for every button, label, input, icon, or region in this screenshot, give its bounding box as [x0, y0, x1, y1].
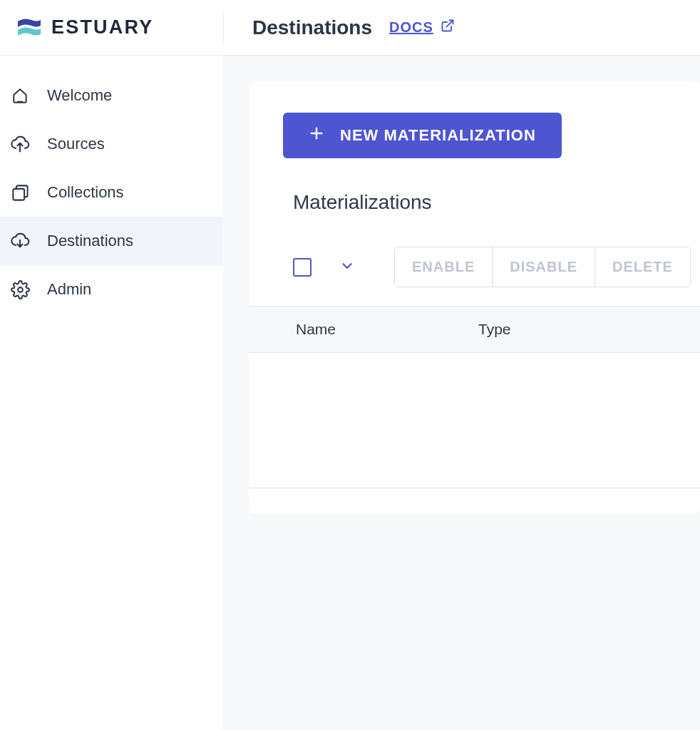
sidebar-item-welcome[interactable]: Welcome: [0, 71, 223, 120]
cloud-download-icon: [10, 231, 30, 251]
sidebar-item-label: Admin: [47, 280, 91, 299]
table-header: Name Type: [249, 306, 700, 353]
docs-link[interactable]: DOCS: [389, 19, 455, 36]
svg-point-5: [18, 287, 23, 292]
sidebar-item-admin[interactable]: Admin: [0, 265, 223, 314]
collections-icon: [10, 182, 30, 202]
section-title: Materializations: [283, 191, 700, 214]
cloud-upload-icon: [10, 134, 30, 154]
topbar: ESTUARY Destinations DOCS: [0, 0, 700, 56]
delete-button[interactable]: DELETE: [595, 247, 690, 287]
logo[interactable]: ESTUARY: [0, 0, 223, 55]
svg-rect-3: [13, 188, 24, 200]
table-toolbar: ENABLE DISABLE DELETE: [283, 247, 700, 287]
sidebar-item-destinations[interactable]: Destinations: [0, 217, 223, 265]
materializations-table: Name Type: [249, 306, 700, 488]
sidebar-item-label: Collections: [47, 183, 124, 202]
svg-line-0: [446, 21, 453, 27]
action-button-group: ENABLE DISABLE DELETE: [394, 247, 691, 287]
column-header-name[interactable]: Name: [296, 321, 478, 338]
main-content: NEW MATERIALIZATION Materializations ENA…: [223, 56, 700, 730]
logo-mark-icon: [16, 14, 43, 41]
new-materialization-button[interactable]: NEW MATERIALIZATION: [283, 113, 562, 158]
table-empty-body: [249, 353, 700, 488]
sidebar-item-collections[interactable]: Collections: [0, 168, 223, 217]
chevron-down-icon: [339, 258, 355, 277]
sidebar-item-label: Destinations: [47, 232, 133, 250]
plus-icon: [309, 125, 324, 145]
select-all-checkbox[interactable]: [293, 258, 312, 277]
gear-icon: [10, 279, 30, 299]
new-button-label: NEW MATERIALIZATION: [340, 126, 536, 145]
column-header-type[interactable]: Type: [478, 321, 511, 338]
external-link-icon: [441, 19, 455, 36]
sidebar-item-sources[interactable]: Sources: [0, 120, 223, 168]
sidebar-item-label: Welcome: [47, 86, 112, 105]
disable-button[interactable]: DISABLE: [493, 247, 595, 287]
enable-button[interactable]: ENABLE: [395, 247, 493, 287]
docs-link-label: DOCS: [389, 19, 433, 36]
page-title: Destinations: [252, 16, 372, 39]
page-header: Destinations DOCS: [223, 12, 455, 43]
logo-text: ESTUARY: [51, 16, 153, 38]
content-card: NEW MATERIALIZATION Materializations ENA…: [249, 81, 700, 514]
select-dropdown-toggle[interactable]: [337, 257, 357, 277]
sidebar: Welcome Sources Collections: [0, 56, 223, 730]
sidebar-item-label: Sources: [47, 135, 105, 153]
home-icon: [10, 86, 30, 106]
